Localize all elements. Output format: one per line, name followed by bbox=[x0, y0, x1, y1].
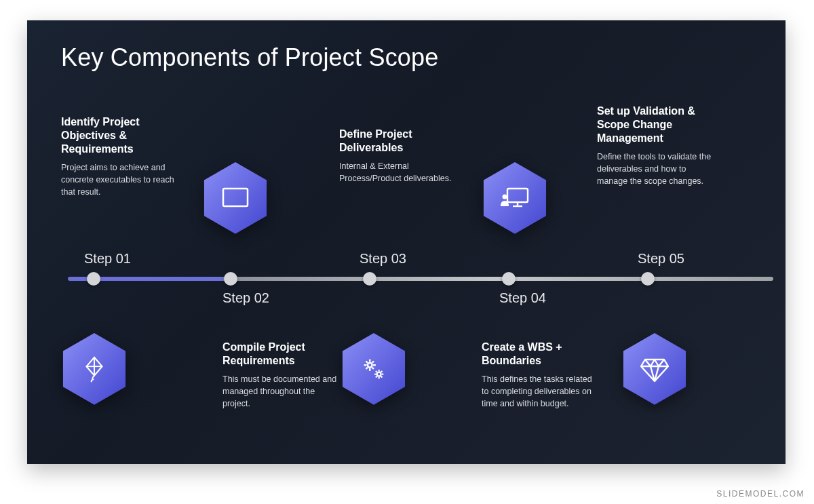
step-desc-5: Define the tools to validate the deliver… bbox=[597, 151, 716, 187]
step-block-5: Set up Validation & Scope Change Managem… bbox=[597, 104, 716, 187]
step-desc-3: Internal & External Process/Product deli… bbox=[339, 160, 458, 185]
watermark: SLIDEMODEL.COM bbox=[716, 489, 805, 499]
svg-line-21 bbox=[381, 376, 383, 378]
step-block-2: Compile Project Requirements This must b… bbox=[222, 341, 341, 410]
svg-line-12 bbox=[372, 368, 374, 369]
step-heading-5: Set up Validation & Scope Change Managem… bbox=[597, 104, 716, 145]
svg-line-14 bbox=[366, 368, 368, 369]
timeline-dot-2 bbox=[224, 272, 237, 286]
monitor-icon bbox=[219, 185, 252, 212]
svg-point-28 bbox=[503, 195, 507, 199]
svg-line-23 bbox=[376, 376, 377, 378]
step-heading-2: Compile Project Requirements bbox=[222, 341, 341, 368]
timeline-dot-3 bbox=[363, 272, 376, 286]
svg-line-22 bbox=[381, 371, 383, 372]
svg-rect-4 bbox=[223, 189, 248, 206]
hex-1 bbox=[61, 331, 128, 407]
step-heading-4: Create a WBS + Boundaries bbox=[482, 341, 600, 368]
step-heading-3: Define Project Deliverables bbox=[339, 128, 458, 155]
step-label-3: Step 03 bbox=[360, 251, 406, 267]
slide: Key Components of Project Scope Step 01 … bbox=[27, 20, 786, 464]
svg-line-11 bbox=[366, 362, 368, 363]
hex-2 bbox=[202, 160, 269, 236]
slide-title: Key Components of Project Scope bbox=[61, 43, 439, 72]
svg-point-6 bbox=[368, 363, 372, 368]
timeline-dot-1 bbox=[87, 272, 100, 286]
step-label-5: Step 05 bbox=[638, 251, 684, 267]
svg-line-20 bbox=[376, 371, 377, 372]
step-desc-2: This must be documented and managed thro… bbox=[222, 373, 341, 410]
step-block-1: Identify Project Objectives & Requiremen… bbox=[61, 115, 180, 198]
step-label-4: Step 04 bbox=[499, 290, 546, 306]
timeline-dot-4 bbox=[502, 272, 516, 286]
step-desc-4: This defines the tasks related to comple… bbox=[482, 373, 600, 410]
step-block-4: Create a WBS + Boundaries This defines t… bbox=[482, 341, 600, 410]
step-label-2: Step 02 bbox=[222, 290, 269, 306]
svg-line-13 bbox=[372, 362, 374, 363]
kite-icon bbox=[79, 353, 110, 385]
step-heading-1: Identify Project Objectives & Requiremen… bbox=[61, 115, 180, 156]
canvas: Key Components of Project Scope Step 01 … bbox=[0, 0, 814, 504]
step-desc-1: Project aims to achieve and concrete exe… bbox=[61, 161, 180, 198]
hex-5 bbox=[621, 331, 688, 407]
hex-4 bbox=[482, 160, 548, 236]
step-block-3: Define Project Deliverables Internal & E… bbox=[339, 128, 458, 185]
diamond-icon bbox=[638, 354, 671, 384]
timeline-dot-5 bbox=[641, 272, 655, 286]
svg-rect-25 bbox=[507, 189, 528, 202]
presentation-icon bbox=[498, 183, 532, 213]
timeline-track bbox=[68, 277, 773, 281]
gears-icon bbox=[358, 353, 389, 385]
step-label-1: Step 01 bbox=[84, 251, 131, 267]
hex-3 bbox=[341, 331, 407, 407]
svg-point-15 bbox=[377, 372, 381, 376]
